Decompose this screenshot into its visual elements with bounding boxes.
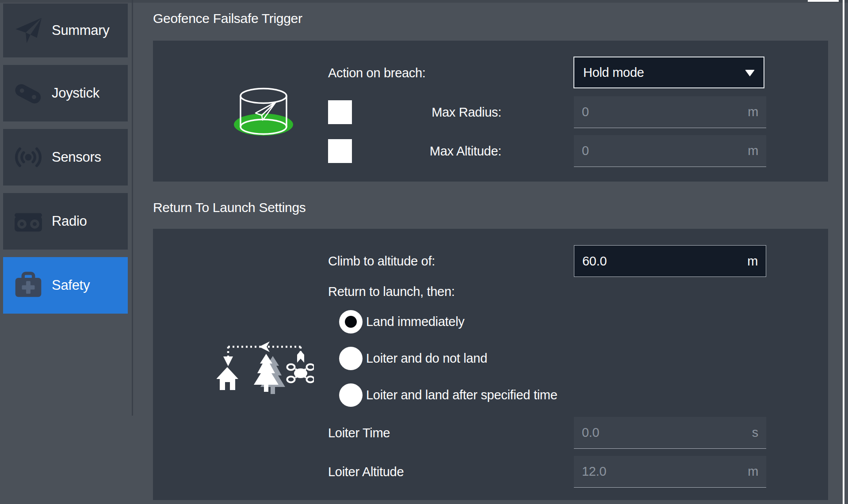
max-altitude-checkbox[interactable] <box>328 139 352 163</box>
loiter-altitude-unit: m <box>748 464 758 479</box>
radio-option-0-label: Land immediately <box>366 312 465 331</box>
loiter-altitude-input[interactable]: 12.0 m <box>574 456 766 488</box>
max-radius-value: 0 <box>582 105 748 119</box>
loiter-time-input[interactable]: 0.0 s <box>574 417 766 449</box>
sidebar-item-label: Sensors <box>52 149 101 165</box>
loiter-altitude-value: 12.0 <box>582 464 748 479</box>
max-radius-unit: m <box>748 105 758 119</box>
sidebar-item-radio[interactable]: Radio <box>3 193 128 250</box>
chevron-down-icon <box>745 70 755 76</box>
climb-altitude-unit: m <box>747 254 758 269</box>
sidebar-item-summary[interactable]: Summary <box>3 4 128 57</box>
top-edge-strip <box>0 0 848 3</box>
return-home-icon <box>217 338 314 398</box>
max-altitude-value: 0 <box>582 144 748 158</box>
sidebar-item-label: Radio <box>52 213 87 229</box>
vertical-scrollbar[interactable] <box>843 0 844 504</box>
max-altitude-input[interactable]: 0 m <box>574 135 766 167</box>
breach-action-dropdown[interactable]: Hold mode <box>573 57 764 88</box>
geofence-cylinder-icon <box>230 84 301 136</box>
geofence-panel: Action on breach: Hold mode Max Radius: … <box>153 41 828 182</box>
sidebar-item-sensors[interactable]: Sensors <box>3 129 128 186</box>
rtl-section-heading: Return To Launch Settings <box>153 198 306 217</box>
radio-option-0[interactable] <box>339 310 363 333</box>
radio-option-2[interactable] <box>339 383 363 407</box>
climb-altitude-value: 60.0 <box>582 254 747 269</box>
sidebar-divider <box>132 0 133 416</box>
max-altitude-label: Max Altitude: <box>365 141 501 161</box>
radio-icon <box>12 205 45 238</box>
sidebar-item-label: Safety <box>52 277 90 293</box>
sidebar-item-safety[interactable]: Safety <box>3 257 128 314</box>
sidebar-item-joystick[interactable]: Joystick <box>3 65 128 121</box>
paper-plane-icon <box>12 14 45 47</box>
action-on-breach-label: Action on breach: <box>328 63 426 83</box>
radio-option-1[interactable] <box>339 347 363 370</box>
geofence-section-heading: Geofence Failsafe Trigger <box>153 9 302 28</box>
horizontal-scrollbar[interactable] <box>808 0 839 2</box>
gamepad-icon <box>12 77 45 110</box>
loiter-time-value: 0.0 <box>582 425 752 440</box>
first-aid-kit-icon <box>12 269 45 302</box>
radio-option-2-label: Loiter and land after specified time <box>366 385 558 405</box>
sidebar-item-label: Joystick <box>52 85 99 101</box>
loiter-altitude-label: Loiter Altitude <box>328 462 404 481</box>
climb-altitude-input[interactable]: 60.0 m <box>574 245 766 277</box>
return-then-label: Return to launch, then: <box>328 282 455 301</box>
loiter-time-unit: s <box>752 425 758 440</box>
max-radius-label: Max Radius: <box>365 102 501 122</box>
max-radius-input[interactable]: 0 m <box>574 96 766 128</box>
max-radius-checkbox[interactable] <box>328 100 352 124</box>
rtl-panel: Climb to altitude of: 60.0 m Return to l… <box>153 229 828 500</box>
max-altitude-unit: m <box>748 144 758 158</box>
signal-icon <box>12 141 45 174</box>
vehicle-setup-safety-page: Summary Joystick <box>0 0 848 504</box>
loiter-time-label: Loiter Time <box>328 423 390 443</box>
climb-altitude-label: Climb to altitude of: <box>328 251 435 271</box>
breach-action-value: Hold mode <box>583 65 644 80</box>
sidebar-item-label: Summary <box>52 23 110 38</box>
radio-option-1-label: Loiter and do not land <box>366 349 487 368</box>
